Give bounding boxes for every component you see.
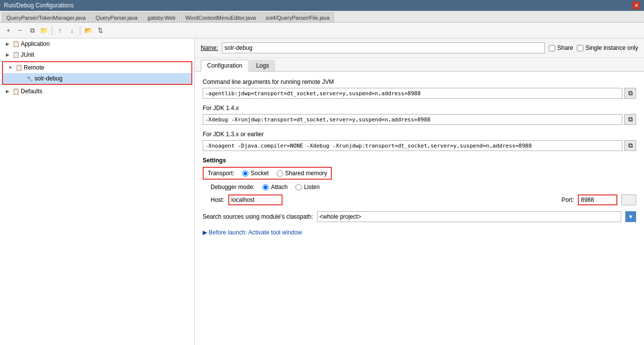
tab-3[interactable]: WordContextMenuEditor.java [181, 12, 260, 22]
icon-junit: 📋 [12, 51, 20, 59]
host-input[interactable] [228, 194, 283, 205]
sort-button[interactable]: ⇅ [95, 25, 106, 36]
transport-label: Transport: [208, 170, 234, 177]
cmd-line-row: ⧉ [203, 88, 636, 99]
jdk14-copy-button[interactable]: ⧉ [624, 114, 636, 125]
move-down-button[interactable]: ↓ [67, 25, 77, 36]
move-up-button[interactable]: ↑ [55, 25, 66, 36]
label-defaults: Defaults [21, 88, 42, 95]
move-into-button[interactable]: 📁 [38, 25, 49, 36]
tree-item-remote[interactable]: ▼ 📋 Remote [3, 62, 191, 73]
label-solr-debug: solr-debug [35, 75, 63, 82]
settings-title: Settings [203, 157, 636, 164]
icon-application: 📋 [12, 40, 20, 48]
config-tabs: Configuration Logs [195, 58, 644, 72]
add-button[interactable]: + [3, 25, 14, 36]
toggle-application: ▶ [4, 40, 11, 47]
copy-button[interactable]: ⧉ [27, 25, 37, 36]
transport-row: Transport: Socket Shared memory [203, 167, 332, 180]
cmd-copy-button[interactable]: ⧉ [624, 88, 636, 99]
right-panel: Name: Share Single instance only Configu… [195, 38, 644, 345]
classpath-row: Search sources using module's classpath:… [203, 211, 636, 222]
tree-item-defaults[interactable]: ▶ 📋 Defaults [0, 86, 194, 97]
single-instance-checkbox-row: Single instance only [577, 44, 638, 51]
radio-listen[interactable]: Listen [295, 184, 320, 191]
label-junit: JUnit [21, 51, 34, 58]
classpath-select[interactable] [317, 211, 621, 222]
radio-shared-memory[interactable]: Shared memory [277, 170, 327, 177]
listen-label: Listen [304, 184, 320, 191]
single-instance-checkbox[interactable] [577, 45, 583, 51]
config-tree: ▶ 📋 Application ▶ 📋 JUnit ▼ 📋 Remote 🔧 s… [0, 38, 195, 345]
toggle-remote: ▼ [7, 64, 14, 71]
radio-attach[interactable]: Attach [262, 184, 287, 191]
tab-0[interactable]: QueryParser/TokenManager.java [2, 12, 90, 22]
share-checkbox[interactable] [549, 45, 555, 51]
close-button[interactable]: ✕ [632, 1, 640, 9]
radio-socket[interactable]: Socket [242, 170, 269, 177]
radio-socket-input[interactable] [242, 170, 249, 177]
separator-1 [52, 26, 52, 35]
jdk13-input[interactable] [203, 140, 622, 151]
jdk14-row: ⧉ [203, 114, 636, 125]
before-launch[interactable]: ▶ Before launch: Activate tool window [203, 229, 636, 236]
tab-4[interactable]: sol4/QueryParser/File.java [261, 12, 334, 22]
tab-2[interactable]: gatsby.Web [143, 12, 180, 22]
port-input[interactable] [578, 194, 617, 205]
shared-memory-label: Shared memory [285, 170, 327, 177]
port-label: Port: [562, 196, 574, 203]
name-input[interactable] [222, 42, 545, 53]
jdk14-label: For JDK 1.4.x [203, 105, 636, 112]
label-application: Application [21, 40, 50, 47]
main-layout: ▶ 📋 Application ▶ 📋 JUnit ▼ 📋 Remote 🔧 s… [0, 38, 644, 345]
jdk13-label: For JDK 1.3.x or earlier [203, 131, 636, 138]
name-label: Name: [201, 44, 218, 51]
folder-button[interactable]: 📂 [83, 25, 94, 36]
radio-shared-memory-input[interactable] [277, 170, 283, 177]
label-remote: Remote [24, 64, 44, 71]
share-checkbox-row: Share [549, 44, 573, 51]
tab-logs[interactable]: Logs [250, 60, 275, 71]
icon-solr-debug: 🔧 [26, 75, 34, 82]
tab-configuration[interactable]: Configuration [201, 60, 249, 72]
name-row: Name: Share Single instance only [195, 38, 644, 58]
radio-listen-input[interactable] [295, 184, 302, 191]
attach-label: Attach [271, 184, 287, 191]
icon-remote: 📋 [15, 64, 23, 72]
radio-attach-input[interactable] [262, 184, 269, 191]
title-bar: Run/Debug Configurations ✕ [0, 0, 644, 11]
jdk13-copy-button[interactable]: ⧉ [624, 140, 636, 151]
share-label: Share [557, 44, 573, 51]
socket-label: Socket [250, 170, 269, 177]
toggle-junit: ▶ [4, 51, 11, 58]
host-label: Host: [211, 196, 224, 203]
single-instance-label: Single instance only [585, 44, 638, 51]
icon-defaults: 📋 [12, 87, 20, 95]
classpath-dropdown-button[interactable]: ▼ [625, 211, 636, 222]
debugger-mode-label: Debugger mode: [211, 184, 254, 191]
editor-tab-bar: QueryParser/TokenManager.java QueryParse… [0, 11, 644, 23]
debugger-row: Debugger mode: Attach Listen [211, 184, 636, 191]
toggle-defaults: ▶ [4, 88, 11, 95]
toolbar: + − ⧉ 📁 ↑ ↓ 📂 ⇅ [0, 23, 644, 38]
separator-2 [80, 26, 80, 35]
dialog-title: Run/Debug Configurations [4, 2, 632, 9]
remove-button[interactable]: − [15, 25, 26, 36]
toggle-solr-debug [18, 75, 25, 82]
cmd-line-label: Command line arguments for running remot… [203, 78, 636, 85]
tree-item-junit[interactable]: ▶ 📋 JUnit [0, 49, 194, 60]
tab-1[interactable]: QueryParser.java [91, 12, 142, 22]
jdk13-row: ⧉ [203, 140, 636, 151]
cmd-line-input[interactable] [203, 88, 622, 99]
tree-item-solr-debug[interactable]: 🔧 solr-debug [3, 73, 191, 84]
tree-item-application[interactable]: ▶ 📋 Application [0, 38, 194, 49]
classpath-label: Search sources using module's classpath: [203, 213, 313, 220]
config-content: Command line arguments for running remot… [195, 72, 644, 345]
highlighted-section: ▼ 📋 Remote 🔧 solr-debug [2, 61, 192, 85]
host-port-row: Host: Port: [211, 194, 636, 205]
jdk14-input[interactable] [203, 114, 622, 125]
port-extra [621, 194, 636, 205]
